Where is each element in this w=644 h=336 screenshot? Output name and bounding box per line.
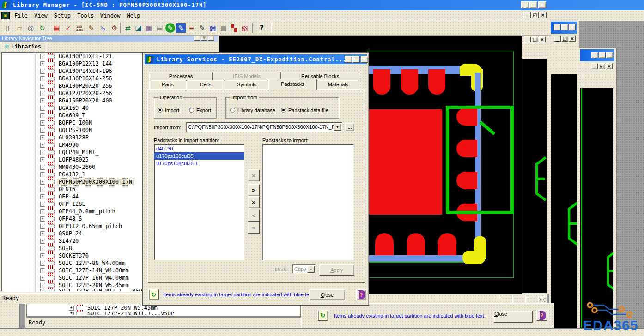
toolbar-edit-document[interactable]: ✎ bbox=[86, 23, 96, 33]
mdi-minimize-button[interactable]: _ bbox=[524, 36, 531, 42]
refresh-button[interactable]: ↻ bbox=[148, 289, 159, 300]
toolbar-copy-move[interactable]: ⇘ bbox=[98, 23, 108, 33]
tree-expander-icon[interactable]: + bbox=[69, 306, 74, 311]
import-path-combo[interactable]: C:\PQFN50P300X300X100-17N\PQFN50P300X300… bbox=[186, 122, 342, 132]
export-radio[interactable] bbox=[189, 108, 194, 113]
maximize-button[interactable]: □ bbox=[599, 52, 606, 58]
background-scrollbar[interactable] bbox=[19, 304, 25, 329]
help-book-button[interactable]: ? bbox=[536, 310, 547, 321]
maximize-button[interactable]: □ bbox=[529, 1, 537, 8]
toolbar-pad-histogram[interactable]: ▤ bbox=[155, 23, 164, 33]
padstack-data-file-radio-label[interactable]: Padstack data file bbox=[288, 108, 328, 113]
browse-button[interactable]: ... bbox=[345, 123, 354, 131]
resize-grip[interactable] bbox=[539, 296, 545, 302]
toolbar-datasheet-editor[interactable]: ▧ bbox=[240, 23, 249, 33]
library-database-radio-label[interactable]: Library database bbox=[237, 108, 275, 113]
refresh-button[interactable]: ↻ bbox=[317, 310, 328, 321]
mdi-close-button[interactable]: × bbox=[569, 36, 576, 42]
mdi-restore-button[interactable]: ◱ bbox=[531, 12, 539, 18]
toolbar-symbol-editor[interactable]: ✎ bbox=[165, 23, 175, 33]
menu-item[interactable]: Tools bbox=[77, 12, 94, 19]
toolbar-padstack-editor[interactable]: ✎ bbox=[176, 23, 186, 33]
menu-item[interactable]: Window bbox=[100, 12, 120, 19]
libraries-tab[interactable]: ⊞ Libraries bbox=[1, 42, 46, 52]
mode-combo[interactable]: Copy ▼ bbox=[292, 264, 316, 274]
toolbar-version-1e3-206[interactable]: 1E3 2.06 bbox=[75, 23, 85, 33]
close-button[interactable]: Close bbox=[494, 311, 533, 323]
list-item[interactable]: d40_30 bbox=[154, 145, 244, 152]
toolbar-library-books[interactable]: ≡ bbox=[187, 23, 196, 33]
toolbar-ic-editor[interactable]: ▩ bbox=[208, 23, 218, 33]
toolbar-chart-editor[interactable]: ▚ bbox=[229, 23, 239, 33]
toolbar-part-editor[interactable]: ◪ bbox=[134, 23, 143, 33]
close-button[interactable]: × bbox=[538, 1, 546, 8]
toolbar-open-folder[interactable]: ▱ bbox=[14, 23, 24, 33]
minimize-button[interactable]: _ bbox=[554, 24, 561, 30]
transfer-add-all-button[interactable]: » bbox=[248, 196, 260, 208]
remove-icon: × bbox=[251, 171, 256, 180]
toolbar-spare-tool[interactable]: ■ bbox=[219, 23, 228, 33]
mdi-close-button[interactable]: × bbox=[539, 12, 547, 18]
cascade-window-3-view[interactable] bbox=[551, 74, 577, 329]
mdi-restore-button[interactable]: ◱ bbox=[531, 36, 538, 42]
panel-dropdown-button[interactable]: ▼ bbox=[201, 35, 207, 41]
transfer-back-button[interactable]: < bbox=[248, 210, 260, 222]
transfer-remove-button[interactable]: × bbox=[248, 169, 260, 181]
tree-expander-icon[interactable]: + bbox=[69, 312, 74, 315]
minimize-button[interactable]: _ bbox=[591, 52, 598, 58]
cascade-window-4-view[interactable] bbox=[580, 88, 613, 329]
mdi-restore-button[interactable]: ◱ bbox=[598, 63, 605, 69]
menu-item[interactable]: File bbox=[14, 12, 28, 19]
toolbar-search-document[interactable]: ◎ bbox=[26, 23, 36, 33]
toolbar-pencil-tool[interactable]: ✎ bbox=[197, 23, 207, 33]
help-book-button[interactable]: ? bbox=[356, 289, 366, 300]
import-radio-label[interactable]: Import bbox=[165, 108, 179, 113]
toolbar-new-document[interactable]: ▯ bbox=[3, 23, 12, 33]
minimize-button[interactable]: _ bbox=[521, 1, 529, 8]
toolbar-properties-check[interactable]: ✓ bbox=[63, 23, 73, 33]
maximize-button[interactable]: □ bbox=[561, 24, 568, 30]
library-database-radio[interactable] bbox=[230, 108, 235, 113]
toolbar-refresh-document[interactable]: ↻ bbox=[37, 23, 47, 33]
transfer-add-button[interactable]: > bbox=[248, 184, 260, 196]
mdi-minimize-button[interactable]: _ bbox=[554, 36, 561, 42]
toolbar-icon-glyph: ↻ bbox=[39, 24, 45, 32]
tree-row[interactable]: + SOIC_127P-21N_W11.1...VSOP bbox=[27, 312, 300, 315]
mdi-minimize-button[interactable]: _ bbox=[591, 63, 598, 69]
cascade-window-3-titlebar[interactable]: _ □ × bbox=[551, 22, 577, 34]
toolbar-help[interactable]: ? bbox=[257, 23, 267, 33]
list-item[interactable]: u170ps108cul35 bbox=[154, 152, 244, 160]
list-item[interactable]: u170ps108cul35-1 bbox=[154, 160, 244, 167]
cascade-window-4-titlebar[interactable]: _ □ × bbox=[580, 49, 614, 61]
mdi-close-button[interactable]: × bbox=[606, 63, 613, 69]
toolbar: ▯▱◎↻ ▦✓1E3 2.06✎⇘⚙ ⇄◪▥▤✎✎≡✎▩■▚▧ ? bbox=[0, 21, 550, 36]
close-button[interactable]: × bbox=[606, 52, 613, 58]
menu-item[interactable]: Setup bbox=[54, 12, 71, 19]
transfer-back-all-button[interactable]: « bbox=[248, 222, 260, 234]
export-radio-label[interactable]: Export bbox=[196, 108, 211, 113]
toolbar-cell-editor[interactable]: ▥ bbox=[144, 23, 154, 33]
menu-item[interactable]: View bbox=[34, 12, 48, 19]
cascade-window-2-view[interactable] bbox=[522, 59, 547, 293]
toolbar-settings-gear[interactable]: ⚙ bbox=[109, 23, 119, 33]
menu-item[interactable]: Help bbox=[127, 12, 140, 19]
minimize-icon: _ bbox=[526, 13, 529, 18]
panel-help-button[interactable]: ? bbox=[194, 35, 200, 41]
mdi-minimize-button[interactable]: _ bbox=[523, 12, 531, 18]
import-radio[interactable] bbox=[158, 108, 163, 113]
panel-close-button[interactable]: × bbox=[208, 35, 214, 41]
toolbar-sync-arrows[interactable]: ⇄ bbox=[123, 23, 133, 33]
app-title-bar[interactable]: Library Manager - [IC-SMD : PQFN50P300X3… bbox=[0, 0, 644, 10]
close-button[interactable]: × bbox=[569, 24, 576, 30]
padstack-source-list[interactable]: d40_30u170ps108cul35u170ps108cul35-1 bbox=[154, 144, 244, 260]
apply-button[interactable]: Apply bbox=[319, 264, 354, 276]
toolbar-library-partition[interactable]: ▦ bbox=[52, 23, 61, 33]
padstack-data-file-radio[interactable] bbox=[281, 108, 286, 113]
mdi-restore-button[interactable]: ◱ bbox=[561, 36, 568, 42]
combo-dropdown-button[interactable]: ▼ bbox=[334, 123, 341, 131]
mdi-close-button[interactable]: × bbox=[539, 36, 546, 42]
close-button[interactable]: Close bbox=[309, 289, 345, 300]
padstack-target-list[interactable] bbox=[262, 144, 354, 260]
tree-item-label: PQFN50P300X300X100-17N bbox=[57, 179, 134, 185]
combo-dropdown-button[interactable]: ▼ bbox=[307, 266, 315, 273]
